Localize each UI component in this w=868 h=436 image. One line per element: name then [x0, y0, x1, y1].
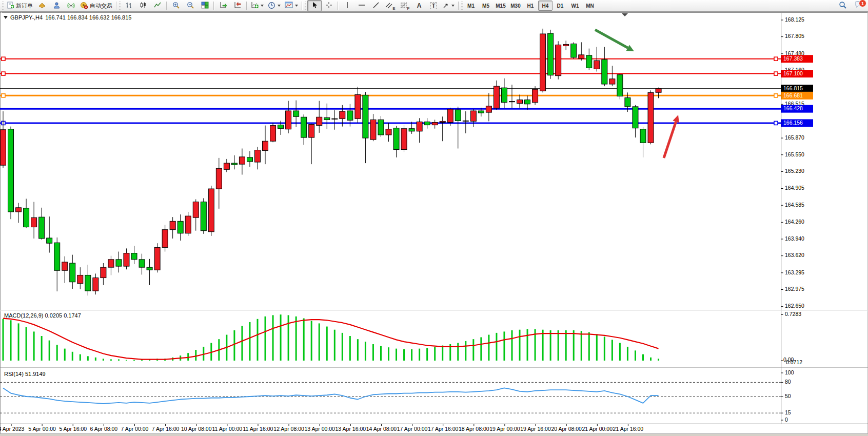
channel-tool-button[interactable]: E	[383, 0, 398, 11]
macd-histogram-bar	[118, 360, 120, 361]
chat-button[interactable]: 1	[853, 1, 864, 11]
macd-histogram-bar	[334, 330, 336, 361]
cursor-tool-button[interactable]	[307, 0, 322, 11]
time-tick-label: 13 Apr 16:00	[336, 426, 366, 432]
time-tick-label: 7 Apr 16:00	[152, 426, 180, 432]
macd-histogram-bar	[396, 349, 397, 361]
templates-button[interactable]	[283, 0, 300, 11]
arrows-tool-button[interactable]	[441, 0, 457, 11]
search-button[interactable]	[836, 0, 850, 11]
macd-histogram-bar	[550, 330, 551, 361]
macd-histogram-bar	[457, 343, 459, 361]
price-tick-label: 162.650	[785, 303, 804, 309]
line-chart-icon	[154, 2, 161, 10]
auto-scroll-button[interactable]	[216, 0, 230, 11]
candle-body	[8, 129, 14, 212]
candlestick-chart-button[interactable]	[136, 0, 150, 11]
candle-body	[170, 221, 175, 229]
timeframe-button-M30[interactable]: M30	[508, 1, 523, 11]
candle-body	[424, 122, 430, 125]
candle-body	[478, 111, 484, 113]
timeframe-button-M15[interactable]: M15	[494, 1, 508, 11]
level-handle[interactable]	[774, 121, 778, 125]
candle-body	[193, 202, 199, 218]
candle-body	[301, 117, 307, 137]
candle-body	[470, 111, 476, 121]
candlestick-icon	[140, 2, 147, 10]
candle-body	[31, 217, 37, 227]
macd-histogram-bar	[558, 330, 559, 361]
time-tick-label: 11 Apr 00:00	[212, 426, 242, 432]
candle-body	[363, 95, 368, 138]
candle-body	[124, 253, 129, 267]
chart-shift-button[interactable]	[230, 0, 245, 11]
community-button[interactable]	[49, 0, 64, 11]
macd-histogram-bar	[87, 356, 89, 361]
vertical-line-tool-button[interactable]	[340, 0, 354, 11]
macd-histogram-bar	[472, 339, 474, 361]
bar-chart-button[interactable]	[122, 0, 136, 11]
price-tick-label: 163.295	[785, 269, 804, 275]
new-order-button[interactable]: 新订单	[5, 0, 35, 11]
person-icon	[53, 2, 61, 10]
candle-body	[378, 120, 384, 135]
arrow-tool-icon	[443, 2, 449, 10]
macd-histogram-bar	[442, 345, 443, 361]
candle-body	[24, 208, 29, 227]
text-tool-icon: A	[417, 2, 422, 9]
candle-body	[231, 163, 237, 165]
candle-body	[1, 130, 6, 165]
periods-button[interactable]	[266, 0, 283, 11]
timeframe-button-H4[interactable]: H4	[538, 1, 553, 11]
level-handle[interactable]	[774, 94, 778, 97]
level-handle[interactable]	[774, 57, 778, 61]
level-handle[interactable]	[2, 72, 5, 75]
chart-canvas: 168.125167.805167.480167.160166.515165.8…	[0, 0, 868, 436]
fibo-sub-label: F	[407, 6, 410, 11]
fibonacci-tool-button[interactable]: F	[398, 0, 412, 11]
candle-body	[393, 128, 399, 150]
market-watch-button[interactable]	[35, 0, 49, 11]
timeframe-button-M5[interactable]: M5	[479, 1, 493, 11]
level-handle[interactable]	[774, 72, 778, 75]
level-handle[interactable]	[2, 57, 5, 61]
candle-body	[548, 33, 554, 75]
level-handle[interactable]	[2, 94, 5, 97]
candle-body	[62, 262, 68, 270]
trendline-tool-button[interactable]	[369, 0, 383, 11]
toolbar-separator	[166, 2, 167, 10]
template-icon	[285, 2, 293, 10]
one-click-trading-toggle-icon[interactable]	[4, 16, 8, 19]
line-chart-button[interactable]	[150, 0, 165, 11]
crosshair-tool-button[interactable]	[322, 0, 336, 11]
timeframe-button-MN[interactable]: MN	[583, 1, 597, 11]
macd-histogram-bar	[349, 336, 351, 361]
candle-body	[54, 243, 60, 270]
macd-histogram-bar	[650, 358, 652, 361]
text-tool-button[interactable]: A	[412, 0, 426, 11]
timeframe-button-D1[interactable]: D1	[553, 1, 567, 11]
autotrading-label: 自动交易	[90, 2, 112, 10]
toolbar-separator	[338, 2, 339, 10]
timeframe-button-H1[interactable]: H1	[523, 1, 538, 11]
zoom-out-button[interactable]	[183, 0, 198, 11]
macd-histogram-bar	[72, 352, 73, 361]
new-order-icon	[7, 2, 14, 10]
candle-body	[70, 263, 75, 282]
candle-body	[185, 216, 191, 233]
autotrading-button[interactable]: 自动交易	[78, 0, 114, 11]
time-tick-label: 5 Apr 00:00	[28, 426, 56, 432]
signals-button[interactable]	[64, 0, 78, 11]
indicators-button[interactable]	[249, 0, 266, 11]
candle-body	[355, 94, 361, 118]
horizontal-line-tool-button[interactable]	[354, 0, 369, 11]
zoom-in-button[interactable]	[169, 0, 183, 11]
arrows-caret-icon	[451, 5, 455, 7]
tile-windows-button[interactable]	[198, 0, 212, 11]
candle-body	[556, 45, 561, 75]
timeframe-button-W1[interactable]: W1	[568, 1, 582, 11]
label-tool-button[interactable]: T	[426, 0, 441, 11]
candle-body	[648, 92, 654, 143]
candle-body	[317, 117, 322, 125]
timeframe-button-M1[interactable]: M1	[464, 1, 478, 11]
